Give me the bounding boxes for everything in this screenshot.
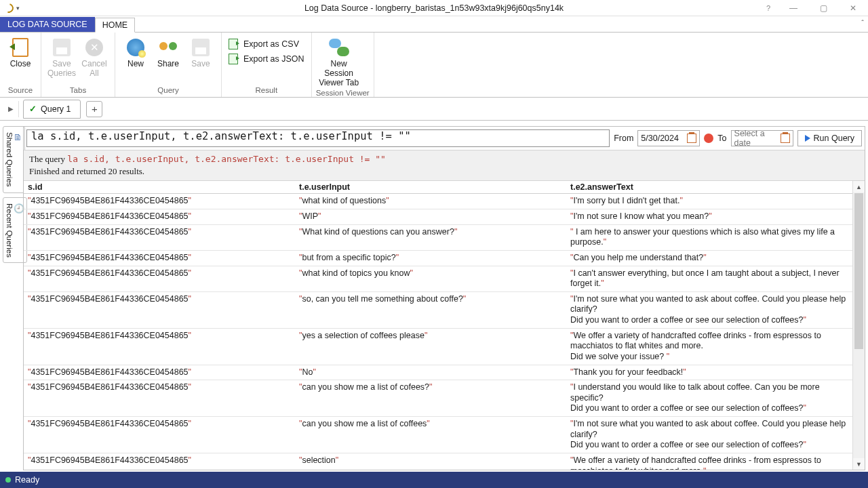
table-row[interactable]: "4351FC96945B4E861F44336CE0454865""so, c… (24, 291, 852, 328)
cell-userinput: "what kind of questions" (295, 194, 566, 209)
calendar-icon (687, 134, 696, 143)
table-row[interactable]: "4351FC96945B4E861F44336CE0454865""What … (24, 224, 852, 250)
cell-sid: "4351FC96945B4E861F44336CE0454865" (24, 453, 295, 470)
query-tab-1[interactable]: ✓ Query 1 (23, 100, 81, 119)
new-session-viewer-button[interactable]: New Session Viewer Tab (316, 35, 362, 87)
cell-userinput: "can you show me a list of coffees" (295, 417, 566, 453)
tab-home[interactable]: HOME (95, 18, 136, 33)
new-label: New (127, 60, 144, 69)
ribbon-group-query: New Share Save Query (115, 33, 222, 97)
cell-answertext: "Can you help me understand that?" (566, 250, 852, 266)
cell-userinput: "selection" (295, 453, 566, 470)
status-query-echo: la s.id, t.e.userInput, t.e2.answerText:… (67, 154, 386, 164)
cell-answertext: "I'm not sure what you wanted to ask abo… (566, 417, 852, 453)
table-row[interactable]: "4351FC96945B4E861F44336CE0454865""can y… (24, 417, 852, 453)
table-row[interactable]: "4351FC96945B4E861F44336CE0454865""selec… (24, 453, 852, 470)
table-row[interactable]: "4351FC96945B4E861F44336CE0454865""what … (24, 266, 852, 291)
cell-sid: "4351FC96945B4E861F44336CE0454865" (24, 417, 295, 453)
export-csv-button[interactable]: Export as CSV (226, 37, 307, 52)
col-header-sid[interactable]: s.id (24, 181, 295, 194)
scroll-down-icon[interactable]: ▼ (853, 458, 865, 470)
new-icon (127, 39, 144, 56)
table-row[interactable]: "4351FC96945B4E861F44336CE0454865""but f… (24, 250, 852, 266)
collapse-ribbon-icon[interactable]: ˆ (861, 19, 864, 27)
cell-sid: "4351FC96945B4E861F44336CE0454865" (24, 250, 295, 266)
session-icon (329, 39, 349, 56)
to-date-input[interactable]: Select a date (731, 130, 793, 146)
main-area: la s.id, t.e.userInput, t.e2.answerText:… (23, 126, 865, 470)
table-row[interactable]: "4351FC96945B4E861F44336CE0454865""No""T… (24, 365, 852, 380)
add-query-tab-button[interactable]: + (86, 101, 102, 117)
check-icon: ✓ (29, 104, 37, 114)
title-bar: ▾ Log Data Source - longberry_baristas_1… (0, 0, 868, 16)
cell-sid: "4351FC96945B4E861F44336CE0454865" (24, 365, 295, 380)
cell-userinput: "can you show me a list of cofees?" (295, 380, 566, 417)
window-title: Log Data Source - longberry_baristas_1n5… (0, 3, 868, 13)
scroll-up-icon[interactable]: ▲ (853, 181, 865, 192)
calendar-icon (781, 134, 789, 143)
share-label: Share (157, 60, 179, 69)
expand-sidebar-button[interactable]: ▶ (3, 101, 19, 117)
export-json-button[interactable]: Export as JSON (226, 52, 307, 66)
cell-userinput: "What kind of questions can you answer?" (295, 224, 566, 250)
cell-sid: "4351FC96945B4E861F44336CE0454865" (24, 380, 295, 417)
query-tab-strip: ▶ ✓ Query 1 + (0, 98, 868, 121)
stop-button[interactable] (704, 134, 713, 143)
col-header-userinput[interactable]: t.e.userInput (295, 181, 566, 194)
cell-userinput: "so, can you tell me something about cof… (295, 291, 566, 328)
shared-queries-label: Shared Queries (5, 132, 14, 187)
shared-queries-icon: 🗎 (14, 132, 22, 142)
table-row[interactable]: "4351FC96945B4E861F44336CE0454865""yes a… (24, 328, 852, 365)
results-header-row: s.id t.e.userInput t.e2.answerText (24, 181, 852, 194)
save-query-icon (192, 39, 210, 56)
shared-queries-tab[interactable]: 🗎 Shared Queries (3, 126, 25, 193)
from-date-input[interactable]: 5/30/2024 (637, 130, 700, 146)
minimize-button[interactable]: — (778, 0, 808, 16)
new-query-button[interactable]: New (119, 35, 152, 85)
close-window-button[interactable]: ✕ (838, 0, 868, 16)
status-bar: Ready (0, 472, 868, 488)
vertical-scrollbar[interactable]: ▲ ▼ (852, 181, 865, 470)
query-row: la s.id, t.e.userInput, t.e2.answerText:… (24, 127, 865, 150)
table-row[interactable]: "4351FC96945B4E861F44336CE0454865""can y… (24, 380, 852, 417)
to-date-placeholder: Select a date (734, 129, 781, 148)
table-row[interactable]: "4351FC96945B4E861F44336CE0454865""WIP""… (24, 209, 852, 225)
cell-answertext: "I can't answer everything, but once I a… (566, 266, 852, 291)
group-label-tabs: Tabs (45, 85, 111, 97)
query-input[interactable]: la s.id, t.e.userInput, t.e2.answerText:… (26, 129, 610, 147)
tab-log-data-source[interactable]: LOG DATA SOURCE (0, 17, 95, 32)
results-grid: s.id t.e.userInput t.e2.answerText "4351… (24, 181, 865, 470)
from-date-value: 5/30/2024 (641, 134, 679, 143)
cell-sid: "4351FC96945B4E861F44336CE0454865" (24, 328, 295, 365)
cell-userinput: "what kind of topics you know" (295, 266, 566, 291)
share-button[interactable]: Share (152, 35, 184, 85)
cell-sid: "4351FC96945B4E861F44336CE0454865" (24, 209, 295, 225)
cell-userinput: "No" (295, 365, 566, 380)
save-query-button[interactable]: Save (184, 35, 217, 85)
qat-dropdown-icon[interactable]: ▾ (16, 5, 20, 12)
cell-sid: "4351FC96945B4E861F44336CE0454865" (24, 266, 295, 291)
group-label-result: Result (226, 85, 307, 97)
run-query-button[interactable]: Run Query (797, 130, 862, 146)
save-queries-button[interactable]: Save Queries (45, 35, 78, 85)
scroll-thumb[interactable] (854, 193, 863, 349)
cell-answertext: "I'm sorry but I didn't get that." (566, 194, 852, 209)
cell-answertext: "I'm not sure what you wanted to ask abo… (566, 291, 852, 328)
maximize-button[interactable]: ▢ (808, 0, 838, 16)
cancel-all-label: Cancel All (81, 60, 106, 79)
cell-answertext: "We offer a variety of handcrafted coffe… (566, 453, 852, 470)
cell-answertext: "We offer a variety of handcrafted coffe… (566, 328, 852, 365)
from-label: From (614, 134, 633, 143)
cell-answertext: "Thank you for your feedback!" (566, 365, 852, 380)
table-row[interactable]: "4351FC96945B4E861F44336CE0454865""what … (24, 194, 852, 209)
help-button[interactable]: ? (758, 0, 778, 16)
cancel-all-button[interactable]: ✕ Cancel All (78, 35, 111, 85)
save-label: Save (191, 60, 210, 69)
side-tabs: 🗎 Shared Queries 🕘 Recent Queries (3, 126, 19, 267)
ribbon-group-source: Close Source (0, 33, 41, 97)
cell-sid: "4351FC96945B4E861F44336CE0454865" (24, 194, 295, 209)
col-header-answertext[interactable]: t.e2.answerText (566, 181, 852, 194)
play-icon (805, 135, 810, 142)
close-button[interactable]: Close (4, 35, 37, 85)
query-status-block: The query la s.id, t.e.userInput, t.e2.a… (24, 150, 865, 181)
